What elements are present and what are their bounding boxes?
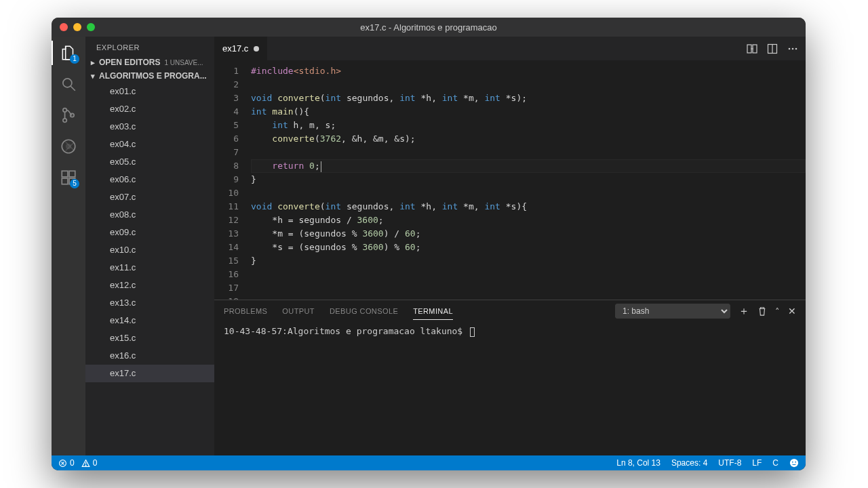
titlebar[interactable]: ex17.c - Algoritmos e programacao [52,18,806,37]
file-item[interactable]: ex03.c [85,118,214,136]
status-lang[interactable]: C [772,458,778,468]
terminal-content[interactable]: 10-43-48-57:Algoritmos e programacao lta… [214,322,806,455]
dirty-indicator-icon [254,46,259,52]
code-editor[interactable]: 123456789101112131415161718 #include<std… [214,60,806,300]
panel-tab-terminal[interactable]: TERMINAL [413,303,453,320]
maximize-panel-icon[interactable]: ˄ [775,306,780,317]
status-bar: 0 0 Ln 8, Col 13 Spaces: 4 UTF-8 LF C [52,455,806,470]
maximize-window-icon[interactable] [87,23,95,31]
status-warnings[interactable]: 0 [81,458,98,468]
file-list: ex01.cex02.cex03.cex04.cex05.cex06.cex07… [85,83,214,455]
panel-tab-problems[interactable]: PROBLEMS [224,303,267,319]
file-item[interactable]: ex11.c [85,259,214,277]
code-content[interactable]: #include<stdio.h>void converte(int segun… [251,60,806,300]
svg-point-21 [790,459,798,467]
svg-point-16 [792,47,794,49]
file-item[interactable]: ex14.c [85,312,214,329]
svg-line-1 [71,86,75,91]
status-encoding[interactable]: UTF-8 [718,458,741,468]
svg-point-6 [66,144,71,149]
open-editors-section[interactable]: ▸ OPEN EDITORS 1 UNSAVE... [85,56,214,69]
terminal-select[interactable]: 1: bash [615,304,730,319]
file-item[interactable]: ex02.c [85,100,214,118]
status-errors[interactable]: 0 [58,458,75,468]
svg-point-2 [63,108,66,112]
file-item[interactable]: ex15.c [85,329,214,347]
svg-point-20 [85,465,86,466]
extensions-icon[interactable]: 5 [59,168,78,187]
terminal-prompt: 10-43-48-57:Algoritmos e programacao lta… [224,326,468,336]
file-item[interactable]: ex16.c [85,347,214,365]
svg-point-22 [792,462,793,463]
panel-tab-output[interactable]: OUTPUT [282,303,315,319]
status-lncol[interactable]: Ln 8, Col 13 [616,458,660,468]
compare-changes-icon[interactable] [746,43,758,55]
split-editor-icon[interactable] [766,43,778,55]
panel-tabs: PROBLEMS OUTPUT DEBUG CONSOLE TERMINAL 1… [214,300,806,322]
svg-rect-8 [62,178,68,184]
tab-label: ex17.c [222,43,248,54]
file-item[interactable]: ex06.c [85,171,214,188]
search-icon[interactable] [59,75,78,94]
svg-point-15 [789,47,791,49]
file-item[interactable]: ex10.c [85,241,214,259]
terminal-cursor-icon [470,327,475,337]
close-window-icon[interactable] [60,23,68,31]
svg-rect-7 [62,171,68,177]
kill-terminal-icon[interactable] [757,306,767,316]
svg-point-23 [795,462,796,463]
tabs-bar: ex17.c [214,37,806,60]
file-item[interactable]: ex04.c [85,136,214,153]
source-control-icon[interactable] [59,106,78,125]
explorer-badge: 1 [70,54,79,64]
file-item[interactable]: ex05.c [85,153,214,171]
file-item[interactable]: ex08.c [85,206,214,224]
panel-tab-debug[interactable]: DEBUG CONSOLE [330,303,398,319]
unsaved-indicator: 1 UNSAVE... [164,59,203,66]
tab-ex17[interactable]: ex17.c [214,37,268,60]
sidebar: EXPLORER ▸ OPEN EDITORS 1 UNSAVE... ▾ AL… [85,37,214,455]
window-title: ex17.c - Algoritmos e programacao [52,22,806,33]
minimize-window-icon[interactable] [73,23,81,31]
activity-bar: 1 5 [52,37,85,455]
close-panel-icon[interactable]: ✕ [788,306,796,317]
status-feedback-icon[interactable] [789,458,799,468]
svg-point-0 [63,79,72,87]
sidebar-title: EXPLORER [85,37,214,56]
vscode-window: ex17.c - Algoritmos e programacao 1 5 EX [52,18,806,470]
file-item[interactable]: ex13.c [85,294,214,312]
debug-icon[interactable] [59,137,78,156]
more-actions-icon[interactable] [787,43,799,55]
svg-point-17 [795,47,797,49]
bottom-panel: PROBLEMS OUTPUT DEBUG CONSOLE TERMINAL 1… [214,300,806,455]
chevron-right-icon: ▸ [88,58,98,67]
file-item[interactable]: ex09.c [85,224,214,241]
editor-group: ex17.c 123456789101112131415161718 #incl… [214,37,806,455]
extensions-badge: 5 [70,179,79,188]
chevron-down-icon: ▾ [88,72,98,81]
file-item[interactable]: ex07.c [85,188,214,206]
folder-section[interactable]: ▾ ALGORITMOS E PROGRA... [85,69,214,83]
status-spaces[interactable]: Spaces: 4 [671,458,707,468]
new-terminal-icon[interactable]: ＋ [738,304,749,319]
status-eol[interactable]: LF [752,458,762,468]
file-item[interactable]: ex01.c [85,83,214,100]
explorer-icon[interactable]: 1 [59,43,78,62]
file-item[interactable]: ex12.c [85,277,214,294]
line-gutter: 123456789101112131415161718 [214,60,251,300]
file-item[interactable]: ex17.c [85,365,214,382]
svg-point-3 [63,119,66,122]
svg-rect-10 [69,171,75,177]
